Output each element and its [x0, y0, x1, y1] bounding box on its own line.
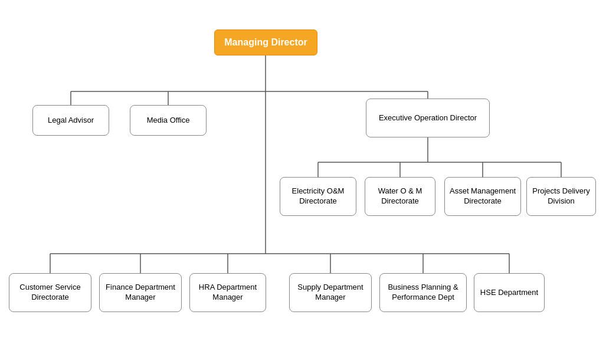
node-projects-delivery: Projects Delivery Division: [526, 177, 596, 216]
node-legal-advisor: Legal Advisor: [32, 105, 109, 136]
node-electricity-oam: Electricity O&M Directorate: [280, 177, 356, 216]
node-exec-operation-director: Executive Operation Director: [366, 99, 490, 137]
org-chart: Managing Director Legal Advisor Media Of…: [0, 0, 606, 364]
node-asset-management: Asset Management Directorate: [444, 177, 521, 216]
node-managing-director: Managing Director: [214, 29, 317, 55]
node-finance-dept: Finance Department Manager: [99, 273, 182, 312]
node-customer-service: Customer Service Directorate: [9, 273, 91, 312]
node-hra-dept: HRA Department Manager: [189, 273, 266, 312]
node-supply-dept: Supply Department Manager: [289, 273, 372, 312]
node-business-planning: Business Planning & Performance Dept: [379, 273, 467, 312]
node-hse-dept: HSE Department: [474, 273, 545, 312]
node-water-oam: Water O & M Directorate: [365, 177, 435, 216]
node-media-office: Media Office: [130, 105, 207, 136]
